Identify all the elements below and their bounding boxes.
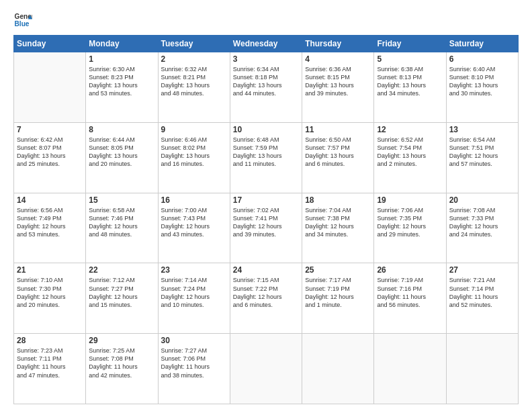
day-cell: 15Sunrise: 6:58 AM Sunset: 7:46 PM Dayli…: [86, 193, 158, 263]
day-number: 12: [377, 125, 443, 134]
day-number: 1: [89, 54, 154, 64]
day-cell: 24Sunrise: 7:15 AM Sunset: 7:22 PM Dayli…: [230, 263, 302, 334]
day-number: 24: [233, 265, 299, 275]
day-number: 22: [89, 265, 154, 275]
day-number: 3: [233, 54, 299, 64]
day-number: 19: [377, 195, 443, 205]
day-cell: 25Sunrise: 7:17 AM Sunset: 7:19 PM Dayli…: [302, 263, 374, 334]
day-info: Sunrise: 7:06 AM Sunset: 7:35 PM Dayligh…: [377, 206, 443, 239]
weekday-sunday: Sunday: [14, 36, 86, 52]
day-info: Sunrise: 6:50 AM Sunset: 7:57 PM Dayligh…: [305, 136, 371, 169]
day-cell: 2Sunrise: 6:32 AM Sunset: 8:21 PM Daylig…: [158, 52, 230, 123]
day-info: Sunrise: 7:25 AM Sunset: 7:08 PM Dayligh…: [89, 347, 154, 379]
day-cell: 30Sunrise: 7:27 AM Sunset: 7:06 PM Dayli…: [158, 334, 230, 404]
day-cell: 18Sunrise: 7:04 AM Sunset: 7:38 PM Dayli…: [302, 193, 374, 263]
day-cell: [374, 334, 446, 404]
day-cell: 12Sunrise: 6:52 AM Sunset: 7:54 PM Dayli…: [374, 122, 446, 193]
day-number: 27: [449, 265, 515, 275]
day-info: Sunrise: 7:12 AM Sunset: 7:27 PM Dayligh…: [89, 276, 154, 309]
day-number: 23: [161, 265, 227, 275]
day-cell: 23Sunrise: 7:14 AM Sunset: 7:24 PM Dayli…: [158, 263, 230, 334]
day-number: 4: [305, 54, 371, 64]
day-cell: 3Sunrise: 6:34 AM Sunset: 8:18 PM Daylig…: [230, 52, 302, 123]
day-cell: 7Sunrise: 6:42 AM Sunset: 8:07 PM Daylig…: [14, 122, 86, 193]
weekday-thursday: Thursday: [302, 36, 374, 52]
day-info: Sunrise: 7:19 AM Sunset: 7:16 PM Dayligh…: [377, 276, 443, 309]
day-cell: 10Sunrise: 6:48 AM Sunset: 7:59 PM Dayli…: [230, 122, 302, 193]
day-info: Sunrise: 7:10 AM Sunset: 7:30 PM Dayligh…: [17, 276, 83, 309]
day-number: 9: [161, 125, 227, 134]
day-info: Sunrise: 6:48 AM Sunset: 7:59 PM Dayligh…: [233, 136, 299, 169]
day-cell: 5Sunrise: 6:38 AM Sunset: 8:13 PM Daylig…: [374, 52, 446, 123]
day-info: Sunrise: 7:00 AM Sunset: 7:43 PM Dayligh…: [161, 206, 227, 239]
day-info: Sunrise: 6:58 AM Sunset: 7:46 PM Dayligh…: [89, 206, 154, 239]
day-number: 18: [305, 195, 371, 205]
day-cell: [14, 52, 86, 123]
day-number: 8: [89, 125, 154, 134]
day-info: Sunrise: 6:46 AM Sunset: 8:02 PM Dayligh…: [161, 136, 227, 169]
day-cell: 17Sunrise: 7:02 AM Sunset: 7:41 PM Dayli…: [230, 193, 302, 263]
day-cell: 22Sunrise: 7:12 AM Sunset: 7:27 PM Dayli…: [86, 263, 158, 334]
day-number: 14: [17, 195, 83, 205]
day-cell: [230, 334, 302, 404]
day-cell: 1Sunrise: 6:30 AM Sunset: 8:23 PM Daylig…: [86, 52, 158, 123]
day-cell: [302, 334, 374, 404]
day-number: 25: [305, 265, 371, 275]
day-info: Sunrise: 6:54 AM Sunset: 7:51 PM Dayligh…: [449, 136, 515, 169]
day-info: Sunrise: 7:14 AM Sunset: 7:24 PM Dayligh…: [161, 276, 227, 309]
day-cell: 6Sunrise: 6:40 AM Sunset: 8:10 PM Daylig…: [446, 52, 518, 123]
week-row-4: 21Sunrise: 7:10 AM Sunset: 7:30 PM Dayli…: [14, 263, 519, 334]
calendar-table: SundayMondayTuesdayWednesdayThursdayFrid…: [13, 35, 519, 404]
day-info: Sunrise: 6:40 AM Sunset: 8:10 PM Dayligh…: [449, 65, 515, 98]
day-number: 26: [377, 265, 443, 275]
day-info: Sunrise: 7:02 AM Sunset: 7:41 PM Dayligh…: [233, 206, 299, 239]
day-number: 21: [17, 265, 83, 275]
day-cell: 28Sunrise: 7:23 AM Sunset: 7:11 PM Dayli…: [14, 334, 86, 404]
logo-icon: General Blue: [13, 11, 32, 30]
day-info: Sunrise: 7:27 AM Sunset: 7:06 PM Dayligh…: [161, 347, 227, 379]
day-number: 5: [377, 54, 443, 64]
day-info: Sunrise: 7:15 AM Sunset: 7:22 PM Dayligh…: [233, 276, 299, 309]
day-cell: 29Sunrise: 7:25 AM Sunset: 7:08 PM Dayli…: [86, 334, 158, 404]
weekday-friday: Friday: [374, 36, 446, 52]
day-cell: 26Sunrise: 7:19 AM Sunset: 7:16 PM Dayli…: [374, 263, 446, 334]
day-number: 13: [449, 125, 515, 134]
day-info: Sunrise: 6:38 AM Sunset: 8:13 PM Dayligh…: [377, 65, 443, 98]
day-number: 30: [161, 336, 227, 345]
day-info: Sunrise: 6:36 AM Sunset: 8:15 PM Dayligh…: [305, 65, 371, 98]
day-cell: 21Sunrise: 7:10 AM Sunset: 7:30 PM Dayli…: [14, 263, 86, 334]
day-number: 10: [233, 125, 299, 134]
day-cell: 8Sunrise: 6:44 AM Sunset: 8:05 PM Daylig…: [86, 122, 158, 193]
day-number: 29: [89, 336, 154, 345]
day-info: Sunrise: 6:52 AM Sunset: 7:54 PM Dayligh…: [377, 136, 443, 169]
day-info: Sunrise: 6:44 AM Sunset: 8:05 PM Dayligh…: [89, 136, 154, 169]
day-cell: 4Sunrise: 6:36 AM Sunset: 8:15 PM Daylig…: [302, 52, 374, 123]
day-cell: 9Sunrise: 6:46 AM Sunset: 8:02 PM Daylig…: [158, 122, 230, 193]
day-cell: 27Sunrise: 7:21 AM Sunset: 7:14 PM Dayli…: [446, 263, 518, 334]
day-number: 16: [161, 195, 227, 205]
week-row-1: 1Sunrise: 6:30 AM Sunset: 8:23 PM Daylig…: [14, 52, 519, 123]
day-info: Sunrise: 7:21 AM Sunset: 7:14 PM Dayligh…: [449, 276, 515, 309]
weekday-monday: Monday: [86, 36, 158, 52]
weekday-header-row: SundayMondayTuesdayWednesdayThursdayFrid…: [14, 36, 519, 52]
day-info: Sunrise: 6:56 AM Sunset: 7:49 PM Dayligh…: [17, 206, 83, 239]
day-cell: 19Sunrise: 7:06 AM Sunset: 7:35 PM Dayli…: [374, 193, 446, 263]
day-info: Sunrise: 6:30 AM Sunset: 8:23 PM Dayligh…: [89, 65, 154, 98]
week-row-3: 14Sunrise: 6:56 AM Sunset: 7:49 PM Dayli…: [14, 193, 519, 263]
day-cell: 16Sunrise: 7:00 AM Sunset: 7:43 PM Dayli…: [158, 193, 230, 263]
day-cell: 20Sunrise: 7:08 AM Sunset: 7:33 PM Dayli…: [446, 193, 518, 263]
weekday-tuesday: Tuesday: [158, 36, 230, 52]
logo: General Blue: [13, 11, 32, 30]
day-number: 15: [89, 195, 154, 205]
day-number: 2: [161, 54, 227, 64]
day-number: 7: [17, 125, 83, 134]
day-number: 17: [233, 195, 299, 205]
page-header: General Blue: [13, 11, 519, 30]
day-info: Sunrise: 6:42 AM Sunset: 8:07 PM Dayligh…: [17, 136, 83, 169]
day-info: Sunrise: 6:32 AM Sunset: 8:21 PM Dayligh…: [161, 65, 227, 98]
week-row-5: 28Sunrise: 7:23 AM Sunset: 7:11 PM Dayli…: [14, 334, 519, 404]
week-row-2: 7Sunrise: 6:42 AM Sunset: 8:07 PM Daylig…: [14, 122, 519, 193]
day-number: 11: [305, 125, 371, 134]
day-info: Sunrise: 7:17 AM Sunset: 7:19 PM Dayligh…: [305, 276, 371, 309]
day-info: Sunrise: 7:08 AM Sunset: 7:33 PM Dayligh…: [449, 206, 515, 239]
